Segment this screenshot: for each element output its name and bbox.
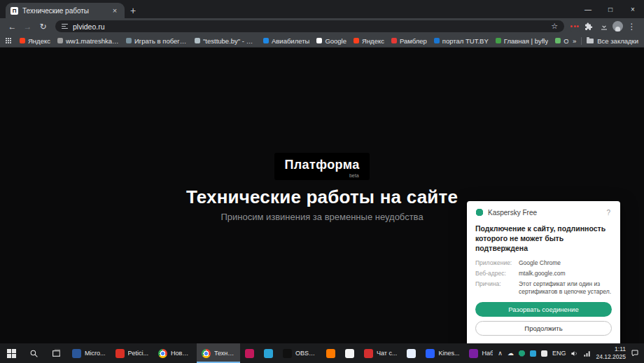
task-view-button[interactable]: [45, 343, 67, 363]
taskbar-app[interactable]: Kines...: [421, 343, 464, 363]
bookmark-item[interactable]: портал TUT.BY: [430, 36, 492, 46]
chrome-icon: [158, 349, 167, 358]
browser-tab[interactable]: П Технические работы ×: [6, 3, 125, 18]
clock-date: 24.12.2025: [596, 353, 626, 361]
bookmark-label: портал TUT.BY: [442, 37, 489, 45]
all-bookmarks-label: Все закладки: [597, 37, 638, 45]
taskbar-app[interactable]: OBS S...: [278, 343, 321, 363]
bookmark-favicon: [263, 38, 269, 43]
bookmarks-list: Яндекс ww1.matreshka.tv Играть в побег п…: [16, 36, 568, 46]
volume-icon[interactable]: [570, 350, 578, 357]
bookmarks-right: » Все закладки: [573, 37, 638, 45]
app-label: Kines...: [438, 350, 459, 357]
app-label: Чат с...: [377, 350, 397, 357]
url-text[interactable]: plvideo.ru: [73, 22, 546, 31]
taskbar-app[interactable]: [240, 343, 259, 363]
display-tray-icon[interactable]: [541, 350, 547, 357]
bookmark-label: Яндекс: [28, 37, 50, 45]
bookmark-item[interactable]: Рамблер: [388, 36, 430, 46]
taskbar-apps: Micro... Petici... Новы... Техни...: [67, 343, 493, 363]
bookmark-item[interactable]: Google: [313, 36, 350, 46]
bookmark-item[interactable]: Авиабилеты: [260, 36, 313, 46]
maximize-icon[interactable]: □: [599, 0, 622, 18]
bookmark-item[interactable]: Главная | byfly: [492, 36, 552, 46]
taskbar-clock[interactable]: 1:11 24.12.2025: [596, 345, 626, 361]
detail-label: Приложение:: [475, 259, 514, 267]
chrome-icon: [202, 349, 211, 358]
petition-icon: [115, 349, 125, 358]
action-center-icon[interactable]: [631, 349, 639, 357]
forward-icon[interactable]: →: [21, 20, 34, 33]
terminate-connection-button[interactable]: Разорвать соединение: [475, 302, 612, 317]
bookmark-item[interactable]: Яндекс: [16, 36, 54, 46]
taskbar-app[interactable]: Набр...: [464, 343, 493, 363]
logo-wordmark: Платформа: [284, 158, 359, 172]
detail-label: Причина:: [475, 280, 514, 296]
continue-button[interactable]: Продолжить: [475, 321, 612, 336]
bookmark-item[interactable]: Яндекс: [350, 36, 388, 46]
close-icon[interactable]: ×: [622, 0, 644, 18]
platforma-logo: Платформа beta: [274, 153, 369, 180]
taskbar-app[interactable]: Техни...: [197, 343, 240, 363]
taskbar-app[interactable]: [340, 343, 359, 363]
apps-grid-icon[interactable]: [6, 38, 11, 43]
bookmark-favicon: [434, 38, 440, 43]
alert-heading: Подключение к сайту, подлинность которог…: [475, 224, 612, 254]
bookmark-item[interactable]: "testtube.by" - Пои...: [191, 36, 260, 46]
bookmark-favicon: [391, 38, 397, 43]
taskbar-app[interactable]: [259, 343, 278, 363]
bookmark-item[interactable]: ww1.matreshka.tv: [54, 36, 122, 46]
detail-value: Google Chrome: [519, 259, 612, 267]
hidden-icons-chevron-icon[interactable]: ∧: [498, 350, 503, 357]
start-button[interactable]: [0, 343, 22, 363]
app-label: Petici...: [128, 350, 149, 357]
bookmark-label: Играть в побег при...: [134, 37, 188, 45]
taskbar-app[interactable]: Petici...: [111, 343, 154, 363]
reload-icon[interactable]: ↻: [36, 20, 50, 33]
help-icon[interactable]: ?: [605, 209, 612, 217]
site-settings-icon[interactable]: [62, 24, 68, 29]
site-favicon: П: [10, 7, 18, 15]
bookmark-item[interactable]: Играть в побег при...: [122, 36, 191, 46]
tab-close-icon[interactable]: ×: [110, 6, 120, 15]
taskbar-app[interactable]: Micro...: [67, 343, 111, 363]
kaspersky-popup: Kaspersky Free ? Подключение к сайту, по…: [467, 201, 620, 358]
taskbar-app[interactable]: Чат с...: [359, 343, 402, 363]
language-indicator[interactable]: ENG: [552, 350, 566, 357]
bookmark-label: Onliner: [564, 37, 568, 45]
menu-icon[interactable]: ⋮: [625, 20, 638, 33]
windows-logo-icon: [7, 349, 16, 358]
taskbar-app[interactable]: [402, 343, 421, 363]
bookmark-star-icon[interactable]: ☆: [551, 22, 558, 31]
network-icon[interactable]: [583, 350, 591, 357]
browser-titlebar: П Технические работы × + — □ ×: [0, 0, 644, 18]
taskbar-app[interactable]: [321, 343, 340, 363]
bookmark-favicon: [20, 38, 25, 43]
extensions-puzzle-icon[interactable]: [582, 20, 595, 33]
taskbar-app[interactable]: Новы...: [153, 343, 197, 363]
word-icon: [72, 349, 81, 358]
browser-toolbar: ← → ↻ plvideo.ru ☆ ⋮: [0, 18, 644, 34]
messenger-tray-icon[interactable]: [530, 350, 536, 357]
bookmark-item[interactable]: Onliner: [552, 36, 568, 46]
address-bar[interactable]: plvideo.ru ☆: [55, 20, 564, 32]
bookmark-favicon: [555, 38, 561, 43]
bookmarks-separator: [581, 37, 582, 45]
bookmarks-bar: Яндекс ww1.matreshka.tv Играть в побег п…: [0, 34, 644, 48]
extension-badge-icon[interactable]: [570, 22, 580, 32]
kaspersky-tray-icon[interactable]: [519, 350, 525, 357]
all-bookmarks-button[interactable]: Все закладки: [587, 37, 638, 45]
onedrive-cloud-icon[interactable]: ☁: [507, 350, 514, 357]
download-icon[interactable]: [597, 20, 610, 33]
app-label: Micro...: [85, 350, 106, 357]
search-button[interactable]: [22, 343, 45, 363]
logo-beta-tag: beta: [349, 173, 359, 178]
window-controls: — □ ×: [577, 0, 644, 18]
new-tab-button[interactable]: +: [125, 3, 141, 18]
app-label: Набр...: [482, 350, 493, 357]
bookmarks-overflow-icon[interactable]: »: [573, 37, 576, 45]
profile-avatar[interactable]: [612, 21, 623, 32]
bookmark-label: "testtube.by" - Пои...: [203, 37, 256, 45]
minimize-icon[interactable]: —: [577, 0, 599, 18]
back-icon[interactable]: ←: [6, 20, 19, 33]
